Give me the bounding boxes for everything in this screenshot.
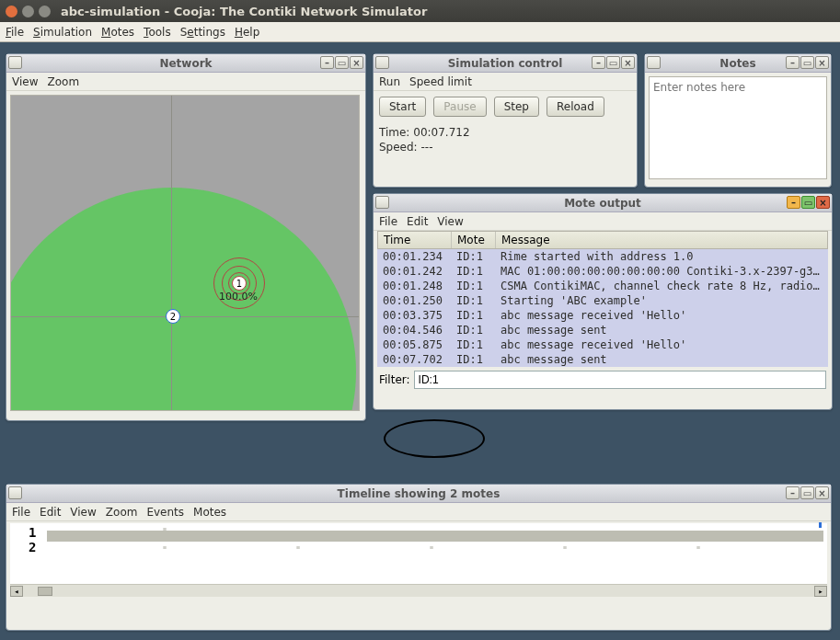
minimize-icon[interactable]: – <box>320 56 334 69</box>
pause-button: Pause <box>433 97 486 117</box>
moteoutput-panel: Mote output – ▭ × File Edit View Time Mo… <box>373 193 833 410</box>
close-icon[interactable] <box>6 6 17 17</box>
reload-button[interactable]: Reload <box>547 97 604 117</box>
log-mote: ID:1 <box>456 249 501 264</box>
close-icon[interactable]: × <box>350 56 363 69</box>
tick-icon: " <box>295 545 301 555</box>
minimize-icon[interactable]: – <box>592 56 605 69</box>
maximize-icon[interactable] <box>39 6 51 17</box>
log-row[interactable]: 00:03.375ID:1abc message received 'Hello… <box>377 308 828 323</box>
timeline-scrollbar[interactable]: ◂ ▸ <box>10 584 827 597</box>
menu-simulation[interactable]: Simulation <box>33 26 92 39</box>
close-icon[interactable]: × <box>815 56 829 69</box>
log-time: 00:01.248 <box>383 279 456 293</box>
log-message: abc message received 'Hello' <box>501 308 823 323</box>
menu-help[interactable]: Help <box>235 26 259 39</box>
maximize-icon[interactable]: ▭ <box>800 486 814 499</box>
step-button[interactable]: Step <box>494 97 539 117</box>
menu-run[interactable]: Run <box>379 75 400 88</box>
col-time[interactable]: Time <box>378 232 452 248</box>
col-mote[interactable]: Mote <box>452 232 496 248</box>
menu-settings[interactable]: Settings <box>180 26 225 39</box>
log-row[interactable]: 00:04.546ID:1abc message sent <box>377 323 828 337</box>
moteoutput-rows[interactable]: 00:01.234ID:1Rime started with address 1… <box>377 249 828 367</box>
menu-tools[interactable]: Tools <box>144 26 171 39</box>
close-icon[interactable]: × <box>815 486 829 499</box>
log-time: 00:04.546 <box>383 323 456 337</box>
tick-icon: " <box>696 545 701 555</box>
mote-1[interactable]: 1 <box>232 276 247 291</box>
system-menu-icon[interactable] <box>375 56 389 69</box>
log-row[interactable]: 00:07.702ID:1abc message sent <box>377 352 828 367</box>
menu-view[interactable]: View <box>12 75 38 88</box>
network-title: Network <box>159 57 212 70</box>
menu-file[interactable]: File <box>12 506 30 519</box>
moteoutput-titlebar: Mote output – ▭ × <box>374 194 832 212</box>
start-button[interactable]: Start <box>379 97 426 117</box>
filter-row: Filter: <box>374 367 832 393</box>
timeline-canvas[interactable]: 1 2 " " " " " " ◂ ▸ <box>10 523 827 597</box>
menu-motes[interactable]: Motes <box>101 26 134 39</box>
network-panel: Network – ▭ × View Zoom 1 2 <box>6 53 366 421</box>
log-time: 00:05.875 <box>383 337 456 352</box>
system-menu-icon[interactable] <box>8 486 22 499</box>
system-menu-icon[interactable] <box>375 196 389 209</box>
log-message: abc message sent <box>501 352 823 367</box>
log-row[interactable]: 00:01.250ID:1Starting 'ABC example' <box>377 293 828 308</box>
menu-view[interactable]: View <box>70 506 96 519</box>
minimize-icon[interactable]: – <box>787 196 800 209</box>
system-menu-icon[interactable] <box>8 56 22 69</box>
log-message: abc message received 'Hello' <box>501 337 823 352</box>
log-row[interactable]: 00:05.875ID:1abc message received 'Hello… <box>377 337 828 352</box>
filter-input[interactable] <box>414 371 826 389</box>
timeline-title: Timeline showing 2 motes <box>338 487 501 500</box>
log-message: Starting 'ABC example' <box>501 293 823 308</box>
menu-motes[interactable]: Motes <box>193 506 226 519</box>
menu-edit[interactable]: Edit <box>407 215 428 228</box>
log-mote: ID:1 <box>456 264 501 279</box>
maximize-icon[interactable]: ▭ <box>800 56 814 69</box>
log-mote: ID:1 <box>456 293 501 308</box>
network-canvas[interactable]: 1 2 100.0% <box>10 95 360 411</box>
minimize-icon[interactable] <box>22 6 34 17</box>
log-row[interactable]: 00:01.248ID:1CSMA ContikiMAC, channel ch… <box>377 279 828 293</box>
network-titlebar: Network – ▭ × <box>6 54 365 73</box>
menu-file[interactable]: File <box>6 26 24 39</box>
window-title: abc-simulation - Cooja: The Contiki Netw… <box>61 5 427 18</box>
maximize-icon[interactable]: ▭ <box>801 196 815 209</box>
menu-zoom[interactable]: Zoom <box>106 506 138 519</box>
maximize-icon[interactable]: ▭ <box>335 56 349 69</box>
moteoutput-title: Mote output <box>564 197 641 210</box>
scroll-right-icon[interactable]: ▸ <box>814 586 827 597</box>
notes-textarea[interactable] <box>649 76 827 179</box>
menu-events[interactable]: Events <box>146 506 184 519</box>
log-row[interactable]: 00:01.242ID:1MAC 01:00:00:00:00:00:00:00… <box>377 264 828 279</box>
link-quality-label: 100.0% <box>219 291 258 303</box>
mote-2[interactable]: 2 <box>166 309 180 324</box>
notes-panel: Notes – ▭ × <box>644 53 832 188</box>
axis-vertical <box>171 96 172 410</box>
scroll-thumb[interactable] <box>38 587 52 596</box>
scroll-left-icon[interactable]: ◂ <box>10 586 23 597</box>
network-menubar: View Zoom <box>6 73 365 91</box>
maximize-icon[interactable]: ▭ <box>606 56 620 69</box>
menu-zoom[interactable]: Zoom <box>47 75 79 88</box>
log-message: MAC 01:00:00:00:00:00:00:00 Contiki-3.x-… <box>501 264 823 279</box>
menu-edit[interactable]: Edit <box>40 506 61 519</box>
minimize-icon[interactable]: – <box>786 486 800 499</box>
close-icon[interactable]: × <box>816 196 830 209</box>
system-menu-icon[interactable] <box>647 56 661 69</box>
log-row[interactable]: 00:01.234ID:1Rime started with address 1… <box>377 249 828 264</box>
time-label: Time: <box>379 126 409 139</box>
menu-file[interactable]: File <box>379 215 397 228</box>
menu-view[interactable]: View <box>437 215 463 228</box>
col-message[interactable]: Message <box>496 232 827 248</box>
axis-horizontal <box>11 316 359 317</box>
menu-speedlimit[interactable]: Speed limit <box>409 75 472 88</box>
log-mote: ID:1 <box>456 337 501 352</box>
simcontrol-menubar: Run Speed limit <box>374 73 637 91</box>
close-icon[interactable]: × <box>621 56 635 69</box>
minimize-icon[interactable]: – <box>786 56 800 69</box>
log-time: 00:01.242 <box>383 264 456 279</box>
log-message: Rime started with address 1.0 <box>501 249 823 264</box>
